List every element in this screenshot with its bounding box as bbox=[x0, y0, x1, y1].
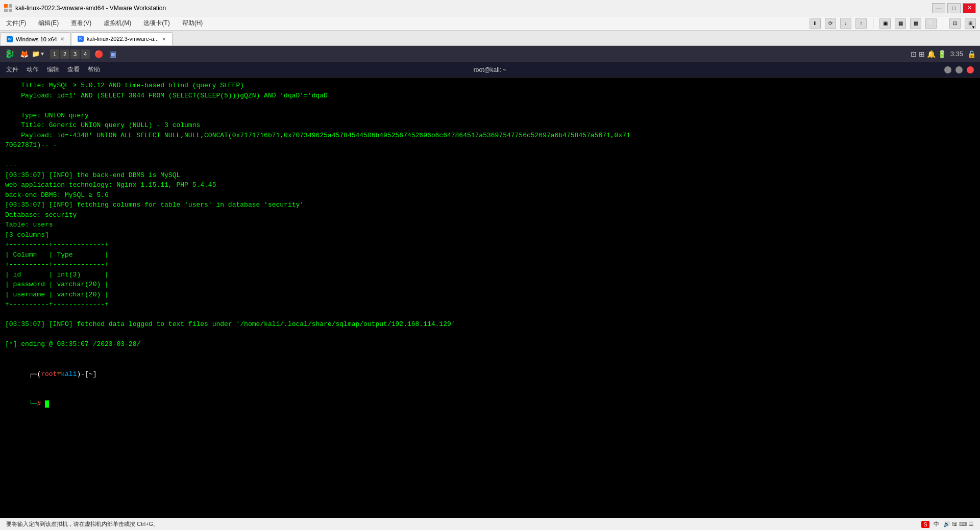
menu-edit[interactable]: 编辑(E) bbox=[36, 18, 61, 29]
term-table-row3: | username | varchar(20) | bbox=[5, 290, 975, 300]
maximize-button[interactable]: □ bbox=[947, 3, 961, 13]
term-table-header: | Column | Type | bbox=[5, 250, 975, 260]
term-icon-1[interactable] bbox=[944, 66, 951, 73]
term-prompt-cursor-line[interactable]: └─# bbox=[5, 389, 975, 419]
menu-tabs[interactable]: 选项卡(T) bbox=[141, 18, 172, 29]
minimize-button[interactable]: — bbox=[932, 3, 945, 13]
term-line-4: Title: Generic UNION query (NULL) - 3 co… bbox=[5, 120, 975, 131]
term-line-9: back-end DBMS: MySQL ≥ 5.6 bbox=[5, 190, 975, 200]
term-blank-3 bbox=[5, 310, 975, 320]
vm-num-3[interactable]: 3 bbox=[70, 49, 80, 59]
status-bar: 要将输入定向到该虚拟机，请在虚拟机内部单击或按 Ctrl+G。 S 中 🔊 🖫 … bbox=[0, 518, 980, 530]
term-menu-edit[interactable]: 编辑 bbox=[47, 65, 59, 74]
toolbar-btn8[interactable]: ⊡ bbox=[949, 18, 961, 29]
terminal-body[interactable]: Title: MySQL ≥ 5.0.12 AND time-based bli… bbox=[0, 78, 980, 530]
vm-icon-grid: ⊞ bbox=[919, 50, 925, 58]
vm-numbers: 1 2 3 4 bbox=[50, 49, 90, 59]
term-line-12: Table: users bbox=[5, 220, 975, 230]
toolbar-btn3[interactable]: ↑ bbox=[855, 18, 867, 29]
toolbar-btn5[interactable]: ▦ bbox=[895, 18, 906, 29]
vm-icon-fox[interactable]: 🦊 bbox=[18, 48, 30, 60]
vm-num-1[interactable]: 1 bbox=[50, 49, 59, 59]
term-blank-4 bbox=[5, 330, 975, 340]
menu-view[interactable]: 查看(V) bbox=[69, 18, 93, 29]
title-bar: kali-linux-2022.3-vmware-amd64 - VMware … bbox=[0, 0, 980, 16]
vm-icon-bell: 🔔 bbox=[927, 50, 936, 58]
term-line-6: --- bbox=[5, 160, 975, 170]
title-bar-left: kali-linux-2022.3-vmware-amd64 - VMware … bbox=[4, 4, 166, 12]
vm-icon-terminal[interactable]: ▣ bbox=[107, 48, 118, 60]
term-line-5b: 70627871)-- - bbox=[5, 140, 975, 150]
term-table-row1: | id | int(3) | bbox=[5, 270, 975, 280]
status-icons: 🔊 🖫 ⌨ ☰ bbox=[943, 521, 974, 527]
terminal-container[interactable]: 文件 动作 编辑 查看 帮助 root@kali: ~ Title: MySQL… bbox=[0, 62, 980, 530]
terminal-title: root@kali: ~ bbox=[474, 66, 507, 73]
toolbar-btn1[interactable]: ⟳ bbox=[825, 18, 836, 29]
tab-kali-close[interactable]: ✕ bbox=[162, 36, 166, 42]
term-table-row2: | password | varchar(20) | bbox=[5, 280, 975, 290]
menu-help[interactable]: 帮助(H) bbox=[180, 18, 205, 29]
window-controls: — □ ✕ bbox=[932, 3, 976, 13]
term-menu-help[interactable]: 帮助 bbox=[88, 65, 100, 74]
svg-rect-1 bbox=[9, 4, 12, 8]
menu-bar: 文件(F) 编辑(E) 查看(V) 虚拟机(M) 选项卡(T) 帮助(H) ⏸ … bbox=[0, 16, 980, 31]
tab-windows10-label: Windows 10 x64 bbox=[16, 36, 57, 42]
terminal-window-controls bbox=[944, 66, 974, 73]
status-bar-right: S 中 🔊 🖫 ⌨ ☰ bbox=[921, 520, 974, 528]
term-line-8: web application technology: Nginx 1.15.1… bbox=[5, 180, 975, 190]
vm-icon-display: ⊡ bbox=[911, 50, 917, 58]
status-icon-s: S bbox=[921, 521, 929, 528]
separator2 bbox=[943, 18, 943, 29]
tab-kali-label: kali-linux-2022.3-vmware-a... bbox=[87, 36, 159, 42]
term-close-icon[interactable] bbox=[967, 66, 974, 73]
vm-icon-lock: 🔒 bbox=[967, 50, 976, 58]
pause-icon[interactable]: ⏸ bbox=[810, 18, 821, 29]
terminal-header: 文件 动作 编辑 查看 帮助 root@kali: ~ bbox=[0, 62, 980, 78]
toolbar-btn7[interactable]: ⬜ bbox=[925, 18, 937, 29]
vm-toolbar-right: ⊡ ⊞ 🔔 🔋 3:35 🔒 bbox=[911, 50, 976, 58]
app-icon bbox=[4, 4, 12, 12]
status-lang: 中 bbox=[934, 520, 939, 528]
term-line-3: Type: UNION query bbox=[5, 111, 975, 121]
term-table-sep2: +----------+-------------+ bbox=[5, 260, 975, 270]
vm-num-4[interactable]: 4 bbox=[81, 49, 90, 59]
vm-icon-folder[interactable]: 📁▼ bbox=[33, 48, 44, 60]
term-line-5: Payload: id=-4348' UNION ALL SELECT NULL… bbox=[5, 131, 975, 141]
term-line-11: Database: security bbox=[5, 210, 975, 220]
term-blank-1 bbox=[5, 100, 975, 111]
close-button[interactable]: ✕ bbox=[963, 3, 976, 13]
vm-toolbar: 🐉 🦊 📁▼ 1 2 3 4 🔴 ▣ ⊡ ⊞ 🔔 🔋 3:35 🔒 bbox=[0, 46, 980, 62]
window-title: kali-linux-2022.3-vmware-amd64 - VMware … bbox=[15, 5, 166, 12]
term-menu-file[interactable]: 文件 bbox=[6, 65, 18, 74]
toolbar-btn2[interactable]: ↓ bbox=[840, 18, 851, 29]
vm-icon-firefox[interactable]: 🔴 bbox=[93, 48, 104, 60]
term-line-1: Title: MySQL ≥ 5.0.12 AND time-based bli… bbox=[5, 81, 975, 91]
term-blank-5 bbox=[5, 349, 975, 360]
tab-windows10-close[interactable]: ✕ bbox=[60, 36, 64, 42]
svg-rect-2 bbox=[4, 9, 8, 12]
term-line-15: [*] ending @ 03:35:07 /2023-03-28/ bbox=[5, 339, 975, 349]
vm-icon-battery: 🔋 bbox=[938, 50, 946, 58]
term-table-sep3: +----------+-------------+ bbox=[5, 299, 975, 310]
tab-windows10[interactable]: W Windows 10 x64 ✕ bbox=[0, 32, 71, 45]
menu-vm[interactable]: 虚拟机(M) bbox=[102, 18, 133, 29]
separator1 bbox=[873, 18, 873, 29]
term-menu-action[interactable]: 动作 bbox=[27, 65, 39, 74]
tab-bar: W Windows 10 x64 ✕ K kali-linux-2022.3-v… bbox=[0, 31, 980, 46]
cursor bbox=[45, 400, 49, 408]
vm-time: 3:35 bbox=[950, 50, 963, 58]
menu-file[interactable]: 文件(F) bbox=[4, 18, 28, 29]
term-line-7: [03:35:07] [INFO] the back-end DBMS is M… bbox=[5, 170, 975, 181]
tab-kali[interactable]: K kali-linux-2022.3-vmware-a... ✕ bbox=[71, 32, 173, 45]
toolbar-btn4[interactable]: ▣ bbox=[879, 18, 891, 29]
terminal-menu: 文件 动作 编辑 查看 帮助 bbox=[6, 65, 100, 74]
toolbar-btn9[interactable]: ⊞▼ bbox=[965, 18, 976, 29]
term-line-2: Payload: id=1' AND (SELECT 3044 FROM (SE… bbox=[5, 91, 975, 101]
term-icon-2[interactable] bbox=[955, 66, 963, 73]
term-prompt-line: ┌─(root♈kali)-[~] bbox=[5, 359, 975, 389]
toolbar-btn6[interactable]: ▩ bbox=[910, 18, 921, 29]
toolbar-right: ⏸ ⟳ ↓ ↑ ▣ ▦ ▩ ⬜ ⊡ ⊞▼ bbox=[810, 18, 976, 29]
status-message: 要将输入定向到该虚拟机，请在虚拟机内部单击或按 Ctrl+G。 bbox=[6, 520, 159, 528]
vm-num-2[interactable]: 2 bbox=[60, 49, 69, 59]
term-menu-view[interactable]: 查看 bbox=[67, 65, 80, 74]
